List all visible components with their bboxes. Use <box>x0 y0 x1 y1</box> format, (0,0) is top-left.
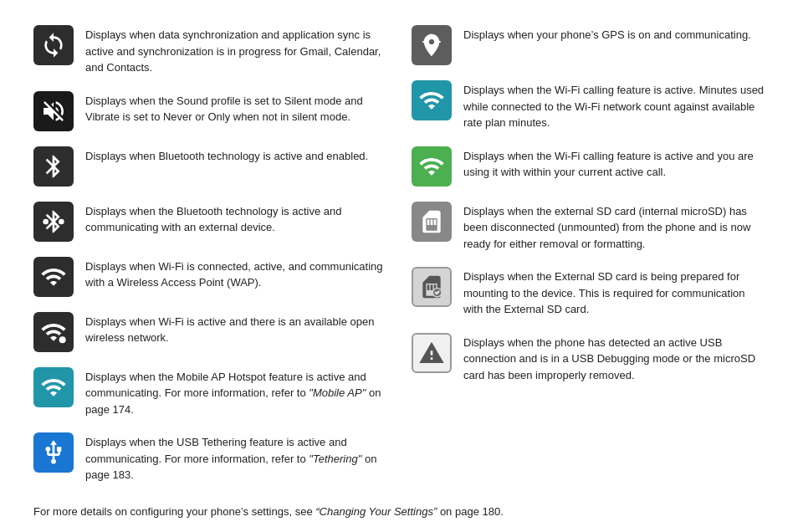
right-column: Displays when your phone’s GPS is on and… <box>412 25 765 483</box>
wifi-available-text: Displays when Wi-Fi is active and there … <box>85 312 386 346</box>
footer-page: on page 180. <box>437 505 504 518</box>
main-content: Displays when data synchronization and a… <box>33 25 765 483</box>
wifi-text: Displays when Wi-Fi is connected, active… <box>85 257 386 291</box>
usb-alert-icon <box>412 333 452 373</box>
wifi-icon <box>33 257 74 297</box>
wifi-calling-active-icon <box>412 146 452 187</box>
sdcard-unmounted-text: Displays when the external SD card (inte… <box>463 202 765 253</box>
list-item: Displays when the external SD card (inte… <box>412 202 765 253</box>
svg-point-3 <box>428 38 435 45</box>
list-item: Displays when the External SD card is be… <box>412 267 765 318</box>
wifi-calling-text: Displays when the Wi-Fi calling feature … <box>463 80 765 131</box>
list-item: Displays when Bluetooth technology is ac… <box>33 146 386 187</box>
wifi-calling-active-text: Displays when the Wi-Fi calling feature … <box>463 146 765 181</box>
footer-text: For more details on configuring your pho… <box>33 504 765 521</box>
hotspot-text: Displays when the Mobile AP Hotspot feat… <box>85 367 386 418</box>
bluetooth-comm-icon <box>33 202 74 242</box>
svg-point-2 <box>59 336 66 343</box>
bluetooth-text: Displays when Bluetooth technology is ac… <box>85 146 386 165</box>
sync-text: Displays when data synchronization and a… <box>85 25 386 76</box>
svg-rect-11 <box>427 284 430 290</box>
usb-text: Displays when the USB Tethering feature … <box>85 432 386 483</box>
gps-text: Displays when your phone’s GPS is on and… <box>463 25 765 43</box>
svg-rect-10 <box>434 219 437 225</box>
sdcard-prepare-icon <box>412 267 452 307</box>
list-item: Displays when the USB Tethering feature … <box>33 432 386 483</box>
svg-point-0 <box>59 218 64 224</box>
sync-icon <box>33 25 74 65</box>
list-item: Displays when the phone has detected an … <box>412 333 765 384</box>
usb-icon <box>33 432 74 473</box>
wifi-calling-icon <box>412 80 452 120</box>
hotspot-icon <box>33 367 74 407</box>
list-item: Displays when your phone’s GPS is on and… <box>412 25 765 65</box>
sdcard-prepare-text: Displays when the External SD card is be… <box>463 267 765 318</box>
list-item: Displays when the Wi-Fi calling feature … <box>412 80 765 131</box>
silent-icon <box>33 91 74 131</box>
list-item: Displays when the Bluetooth technology i… <box>33 202 386 242</box>
wifi-available-icon <box>33 312 74 352</box>
usb-alert-text: Displays when the phone has detected an … <box>463 333 765 384</box>
silent-text: Displays when the Sound profile is set t… <box>85 91 386 125</box>
list-item: Displays when the Sound profile is set t… <box>33 91 386 131</box>
bluetooth-comm-text: Displays when the Bluetooth technology i… <box>85 202 386 236</box>
list-item: Displays when the Wi-Fi calling feature … <box>412 146 765 187</box>
svg-rect-9 <box>431 219 433 225</box>
svg-point-1 <box>43 218 49 224</box>
left-column: Displays when data synchronization and a… <box>33 25 386 483</box>
list-item: Displays when Wi-Fi is connected, active… <box>33 257 386 297</box>
list-item: Displays when Wi-Fi is active and there … <box>33 312 386 352</box>
footer-link: “Changing Your Settings” <box>315 505 437 518</box>
gps-icon <box>412 25 452 65</box>
list-item: Displays when the Mobile AP Hotspot feat… <box>33 367 386 418</box>
list-item: Displays when data synchronization and a… <box>33 25 386 76</box>
svg-rect-12 <box>431 284 433 290</box>
footer-prefix: For more details on configuring your pho… <box>33 505 315 518</box>
sdcard-unmounted-icon <box>412 202 452 242</box>
bluetooth-icon <box>33 146 74 187</box>
svg-rect-8 <box>427 219 430 225</box>
